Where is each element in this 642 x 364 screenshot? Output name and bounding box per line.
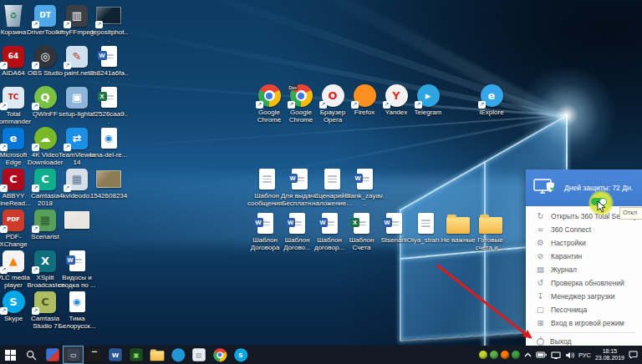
- shortcut-arrow-overlay: ↗: [0, 266, 8, 274]
- yandex-browser-icon: Y↗: [383, 83, 410, 108]
- paint-net-icon: ✎↗: [64, 44, 90, 68]
- menu-item-360-connect[interactable]: ∞360 Connect: [526, 223, 642, 236]
- pdf-xchange-editor-icon: PDF↗: [0, 208, 27, 232]
- depositphotos-file-icon: ↗: [95, 3, 122, 28]
- menu-item-settings[interactable]: ⚙Настройки: [526, 236, 642, 250]
- chevron-up-icon[interactable]: [524, 352, 532, 358]
- desktop-icon-depositphotos-file[interactable]: ↗depositphot...: [89, 3, 129, 43]
- excel-tag: X: [350, 218, 359, 227]
- clock[interactable]: 18:15 23.08.2019: [595, 348, 624, 361]
- shortcut-arrow-overlay: ↗: [0, 225, 8, 233]
- shortcut-arrow-overlay: ↗: [0, 144, 8, 151]
- doc-stsenarii-icon: W: [380, 211, 407, 235]
- skype-icon: S↗: [0, 290, 27, 314]
- game-mode-icon: ⊞: [536, 319, 545, 327]
- scenarist-icon: ▦↗: [32, 208, 59, 232]
- shortcut-arrow-overlay: ↗: [32, 103, 39, 110]
- taskbar-skype[interactable]: S: [230, 346, 251, 364]
- internet-explorer-icon: e↗: [478, 83, 505, 108]
- toggle-tooltip: Откл: [619, 207, 642, 220]
- taskbar-chrome[interactable]: [209, 346, 230, 364]
- desktop-icon-tima-belorusskih-file[interactable]: ◉Тима Белорусск...: [57, 290, 97, 330]
- desktop-icon-word-file-8b8241a6fa[interactable]: W8b8241a6fa...: [89, 44, 129, 84]
- taskbar-app-blue-circle[interactable]: [167, 346, 188, 364]
- 4k-video-downloader-icon: ☁↗: [32, 126, 59, 150]
- network-icon[interactable]: [551, 351, 561, 359]
- abbyy-finereader-icon: C↗: [0, 167, 27, 191]
- icon-label: Blank_zayav...: [344, 192, 385, 207]
- desktop-icon-picture-file[interactable]: [57, 208, 97, 233]
- desktop-icon-photo-1542608234[interactable]: 1542608234: [89, 167, 129, 200]
- vlc-media-player-icon: ▲↗: [0, 249, 27, 273]
- menu-item-quarantine[interactable]: ⊘Карантин: [526, 250, 642, 263]
- language-indicator[interactable]: РУС: [578, 351, 591, 359]
- tray-360-sphere-yellow-icon[interactable]: [479, 351, 487, 359]
- folder-ne-vazhnye-icon: [445, 211, 471, 235]
- volume-icon[interactable]: [565, 351, 574, 359]
- icon-label: Готовые счета и ...: [471, 236, 511, 251]
- shortcut-arrow-overlay: ↗: [288, 101, 295, 109]
- excel-tag: X: [98, 92, 107, 101]
- taskbar-app-camera[interactable]: ▣: [125, 346, 146, 364]
- desktop-icon-telegram[interactable]: ▸↗Telegram: [408, 83, 448, 116]
- tray-360-sphere-green-icon[interactable]: [490, 351, 498, 359]
- myffmpeg-icon: ▥↗: [64, 3, 90, 28]
- drivertoolkit-icon: DT↗: [32, 3, 59, 28]
- icon-label: Telegram: [415, 109, 442, 116]
- menu-item-sandbox[interactable]: ▢Песочница: [526, 303, 642, 316]
- desktop-icon-excel-file-af2526caa9[interactable]: Xaf2526caa9...: [89, 85, 129, 125]
- taskbar-app-cmd[interactable]: ▔: [84, 346, 104, 364]
- desktop-icon-lana-del-rey-file[interactable]: ◉lana-del-re...: [89, 126, 129, 159]
- taskbar-app-capture[interactable]: ▭: [63, 346, 84, 364]
- shortcut-arrow-overlay: ↗: [32, 225, 39, 233]
- taskbar-explorer[interactable]: [146, 346, 167, 364]
- system-tray: РУС 18:15 23.08.2019: [479, 346, 642, 364]
- icon-label: Yandex: [385, 109, 408, 116]
- desktop-icon-word-file-vidosy[interactable]: WВидосы и сводка по ...: [57, 249, 97, 289]
- taskbar-app-cmd-icon: ▔: [87, 348, 101, 362]
- desktop-icon-doc-blank-zayav[interactable]: WBlank_zayav...: [344, 167, 385, 207]
- 360-connect-icon: ∞: [536, 225, 545, 234]
- qwinff-icon: Q↗: [32, 85, 59, 109]
- shortcut-arrow-overlay: ↗: [32, 266, 39, 274]
- 4kvideodownloader-setup-icon: ▦↗: [64, 167, 90, 191]
- shortcut-arrow-overlay: ↗: [64, 62, 71, 69]
- notification-center-icon[interactable]: [629, 351, 638, 359]
- taskbar-app-notes[interactable]: ▨: [188, 346, 209, 364]
- menu-item-log[interactable]: ▤Журнал: [526, 263, 642, 276]
- menu-item-download-manager[interactable]: ↧Менеджер загрузки: [526, 290, 642, 303]
- taskbar-skype-icon: S: [233, 348, 247, 362]
- start-button[interactable]: [0, 346, 21, 364]
- menu-item-label: Карантин: [551, 252, 582, 260]
- telegram-icon: ▸↗: [415, 83, 441, 108]
- icon-label: lana-del-re...: [90, 151, 128, 159]
- log-icon: ▤: [536, 265, 545, 274]
- tray-avast-icon[interactable]: [501, 351, 509, 359]
- menu-item-game-mode[interactable]: ⊞Вход в игровой режим: [526, 316, 642, 330]
- mouse-cursor-icon: [597, 200, 606, 216]
- doc-shablon-dogovor-icon: W: [316, 211, 343, 235]
- taskbar-app-blue-circle-icon: [171, 348, 185, 362]
- doc-olya-icon: [413, 211, 440, 235]
- menu-item-label: Менеджер загрузки: [551, 292, 615, 301]
- clock-date: 23.08.2019: [595, 355, 624, 361]
- taskbar-app-red-blue[interactable]: [42, 346, 63, 364]
- lana-del-rey-file-icon: ◉: [95, 126, 122, 150]
- icon-label: AIDA64: [2, 69, 25, 77]
- exit-icon: [537, 338, 544, 346]
- tray-360-globe-icon[interactable]: [512, 351, 520, 359]
- taskbar-word[interactable]: W: [104, 346, 125, 364]
- taskbar: ▭▔W▣▨S РУС 18:15 23.08.2019: [0, 346, 642, 364]
- battery-icon[interactable]: [536, 351, 547, 358]
- desktop-icon-internet-explorer[interactable]: e↗IExplore: [471, 83, 512, 116]
- menu-item-check-updates[interactable]: ↺Проверка обновлений: [526, 276, 642, 290]
- taskbar-buttons: ▭▔W▣▨S: [0, 346, 251, 364]
- icon-label: paint.net: [64, 69, 90, 77]
- word-tag: W: [66, 255, 75, 265]
- taskbar-chrome-icon: [212, 348, 227, 362]
- search-button[interactable]: [21, 346, 42, 364]
- menu-item-label: Журнал: [551, 265, 577, 274]
- 360-total-security-menu: Дней защиты: 72 Дн. ↻Открыть 360 Total S…: [526, 169, 642, 346]
- shortcut-arrow-overlay: ↗: [0, 103, 8, 110]
- desktop-icon-folder-gotovye-scheta[interactable]: Готовые счета и ...: [471, 211, 511, 251]
